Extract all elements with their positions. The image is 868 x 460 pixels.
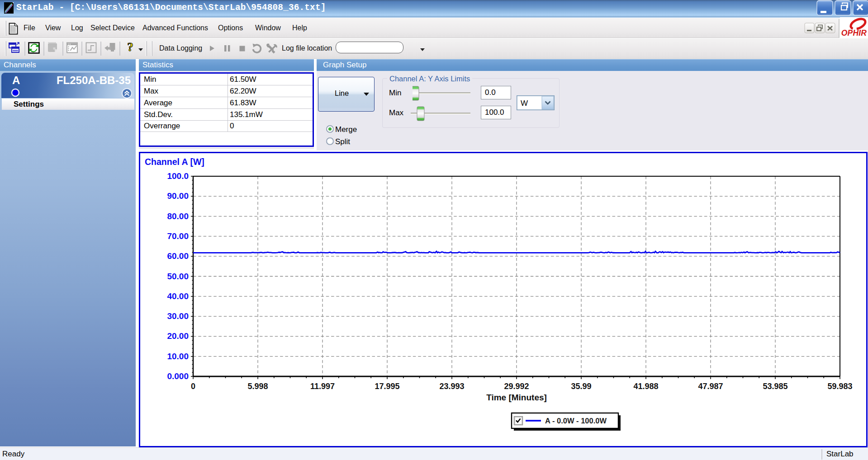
svg-text:23.993: 23.993 [439,382,464,391]
svg-text:47.987: 47.987 [698,382,723,391]
svg-text:60.00: 60.00 [167,251,189,261]
svg-text:90.00: 90.00 [167,191,189,201]
svg-text:53.985: 53.985 [763,382,787,391]
svg-text:59.983: 59.983 [827,382,852,391]
svg-text:5.998: 5.998 [247,382,268,391]
svg-text:Time [Minutes]: Time [Minutes] [486,393,547,402]
svg-text:Channel A [W]: Channel A [W] [145,157,204,167]
svg-text:35.99: 35.99 [571,382,591,391]
svg-text:70.00: 70.00 [167,231,189,241]
svg-text:80.00: 80.00 [167,211,189,221]
svg-text:41.988: 41.988 [633,382,658,391]
svg-text:40.00: 40.00 [167,291,189,301]
svg-text:?: ? [127,41,133,54]
svg-text:0.000: 0.000 [167,371,189,381]
svg-text:50.00: 50.00 [167,272,189,281]
svg-text:100.0: 100.0 [167,171,189,181]
svg-text:17.995: 17.995 [375,382,399,391]
svg-text:11.997: 11.997 [310,382,335,391]
svg-text:A - 0.0W - 100.0W: A - 0.0W - 100.0W [545,417,607,425]
svg-text:0: 0 [191,382,195,391]
svg-text:10.00: 10.00 [167,352,189,361]
svg-text:20.00: 20.00 [167,331,189,341]
svg-text:OPHIR: OPHIR [841,28,867,37]
svg-text:30.00: 30.00 [167,311,189,321]
svg-text:W: W [521,99,528,108]
svg-text:29.992: 29.992 [504,382,529,391]
